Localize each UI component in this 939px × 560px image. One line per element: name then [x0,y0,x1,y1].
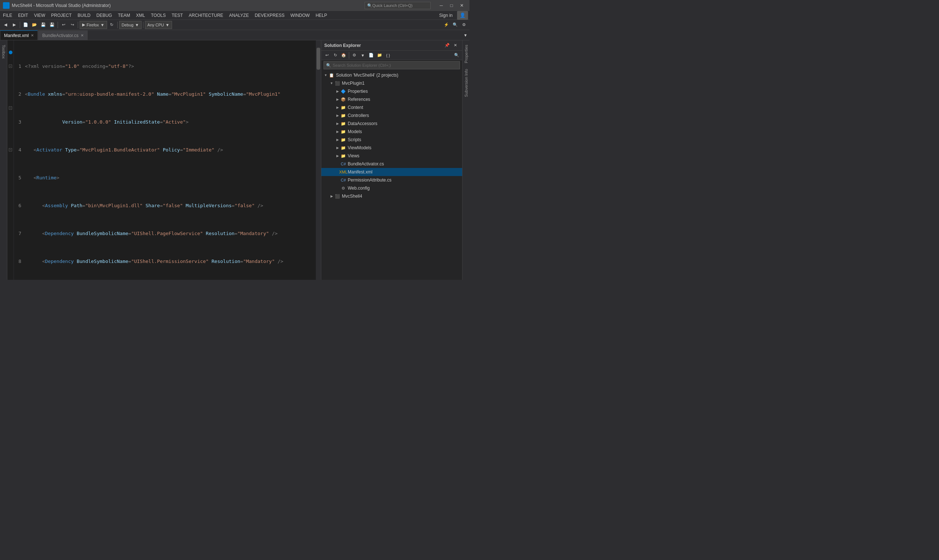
code-line-5: 5 <Runtime> [14,174,316,181]
tree-scripts-folder[interactable]: ▶ 📁 Scripts [321,136,462,144]
se-settings-button[interactable]: ⚙ [350,51,359,59]
tree-project-mvcplugin1[interactable]: ▼ ⬛ MvcPlugin1 [321,79,462,87]
solution-expand-icon: ▼ [323,72,329,78]
tree-controllers-folder[interactable]: ▶ 📁 Controllers [321,111,462,120]
menu-analyze[interactable]: ANALYZE [226,11,252,20]
menu-xml[interactable]: XML [133,11,148,20]
toolbar-extra-2[interactable]: 🔍 [451,21,459,29]
forward-button[interactable]: ▶ [10,21,18,29]
quick-launch-box[interactable]: 🔍 Quick Launch (Ctrl+Q) [365,2,431,9]
back-button[interactable]: ◀ [2,21,9,29]
content-expand-icon: ▶ [334,105,340,111]
redo-button[interactable]: ↪ [68,21,76,29]
menu-file[interactable]: FILE [0,11,15,20]
tree-references-folder[interactable]: ▶ 📦 References [321,95,462,103]
run-browser-dropdown[interactable]: ▶ Firefox ▼ [80,21,107,29]
se-search-box[interactable]: 🔍 Search Solution Explorer (Ctrl+;) [323,61,460,69]
toolbar-sep-4 [117,22,118,28]
tab-bundle-activator-close[interactable]: ✕ [81,33,84,37]
refresh-button[interactable]: ↻ [108,21,116,29]
solution-label: Solution 'MvcShell4' (2 projects) [336,72,398,78]
user-avatar[interactable]: 👤 [457,11,468,20]
tree-manifest-xml-file[interactable]: ▶ XML Manifest.xml [321,168,462,176]
se-new-folder-button[interactable]: 📁 [376,51,384,59]
margin-line-5 [7,70,14,77]
se-refresh-button[interactable]: ↻ [331,51,339,59]
left-toolbox-panel: Toolbox [0,40,7,280]
toolbar-extra-1[interactable]: ⚡ [442,21,450,29]
menu-devexpress[interactable]: DEVEXPRESS [252,11,287,20]
menu-test[interactable]: TEST [169,11,186,20]
margin-line-20 [7,174,14,181]
menu-build[interactable]: BUILD [74,11,93,20]
scripts-label: Scripts [348,137,361,142]
save-button[interactable]: 💾 [39,21,47,29]
platform-dropdown[interactable]: Any CPU ▼ [145,21,172,29]
mvcplugin1-expand-icon: ▼ [329,80,334,86]
se-close-button[interactable]: ✕ [451,42,459,49]
bundle-activator-file-icon: C# [340,161,346,167]
new-project-button[interactable]: 📄 [22,21,30,29]
tab-dropdown-button[interactable]: ▼ [462,31,469,40]
undo-button[interactable]: ↩ [59,21,68,29]
tree-models-folder[interactable]: ▶ 📁 Models [321,128,462,136]
tree-project-mvcshell4[interactable]: ▶ ⬛ MvcShell4 [321,192,462,200]
collapse-btn-10[interactable]: − [9,106,12,110]
editor-vscrollbar[interactable] [316,40,321,280]
sidebar-tab-properties[interactable]: Properties [463,42,470,66]
scrollbar-thumb[interactable] [317,48,320,70]
sidebar-tab-subversion[interactable]: Subversion Info [463,66,470,100]
se-code-view-button[interactable]: { } [384,51,392,59]
right-sidebar-panel: Properties Subversion Info [462,40,469,280]
tab-manifest-xml-close[interactable]: ✕ [31,33,34,37]
menu-debug[interactable]: DEBUG [94,11,115,20]
collapse-btn-2[interactable]: − [9,65,12,68]
tree-views-folder[interactable]: ▶ 📁 Views [321,152,462,160]
save-all-button[interactable]: 💾 [48,21,56,29]
minimize-button[interactable]: ─ [437,2,446,9]
toolbar-extra-3[interactable]: ⚙ [460,21,468,29]
menu-team[interactable]: TEAM [115,11,133,20]
se-search-button[interactable]: 🔍 [453,51,461,59]
margin-line-7 [7,84,14,91]
tree-bundle-activator-file[interactable]: ▶ C# BundleActivator.cs [321,160,462,168]
tab-bundle-activator-label: BundleActivator.cs [42,33,79,38]
tree-web-config-file[interactable]: ▶ ⚙ Web.config [321,184,462,192]
menu-edit[interactable]: EDIT [15,11,31,20]
menu-window[interactable]: WINDOW [288,11,313,20]
menu-help[interactable]: HELP [312,11,330,20]
tree-solution[interactable]: ▼ 📋 Solution 'MvcShell4' (2 projects) [321,71,462,79]
se-show-all-button[interactable]: 📄 [367,51,375,59]
menu-project[interactable]: PROJECT [48,11,74,20]
se-pin-button[interactable]: 📌 [443,42,451,49]
close-button[interactable]: ✕ [457,2,466,9]
maximize-button[interactable]: □ [447,2,456,9]
tab-manifest-xml-label: Manifest.xml [4,33,29,38]
se-sync-button[interactable]: ↩ [323,51,331,59]
tree-permission-attr-file[interactable]: ▶ C# PermissionAttribute.cs [321,176,462,184]
margin-line-11 [7,111,14,118]
menu-tools[interactable]: TOOLS [148,11,168,20]
se-filter-button[interactable]: ▼ [359,51,367,59]
debug-config-dropdown[interactable]: Debug ▼ [119,21,142,29]
tab-bundle-activator[interactable]: BundleActivator.cs ✕ [38,31,88,40]
collapse-btn-16[interactable]: − [9,148,12,151]
sign-in-link[interactable]: Sign in [436,11,456,20]
tree-properties-folder[interactable]: ▶ 🔷 Properties [321,87,462,95]
code-editor[interactable]: 1 <?xml version="1.0" encoding="utf-8"?>… [14,40,316,280]
tree-viewmodels-folder[interactable]: ▶ 📁 ViewModels [321,144,462,152]
toolbox-tab[interactable]: Toolbox [0,42,7,62]
tab-manifest-xml[interactable]: Manifest.xml ✕ [0,31,38,40]
editor-area[interactable]: − − − [7,40,321,280]
title-bar: MvcShell4 - Microsoft Visual Studio (Adm… [0,0,469,11]
tree-content-folder[interactable]: ▶ 📁 Content [321,103,462,111]
tree-dataaccessors-folder[interactable]: ▶ 📁 DataAccessors [321,120,462,128]
breakpoint-indicator[interactable] [9,51,12,54]
margin-line-17 [7,153,14,160]
platform-label: Any CPU [148,23,164,27]
se-home-button[interactable]: 🏠 [340,51,348,59]
menu-architecture[interactable]: ARCHITECTURE [186,11,226,20]
toolbar-sep-1 [20,22,20,28]
open-button[interactable]: 📂 [31,21,38,29]
menu-view[interactable]: VIEW [31,11,48,20]
